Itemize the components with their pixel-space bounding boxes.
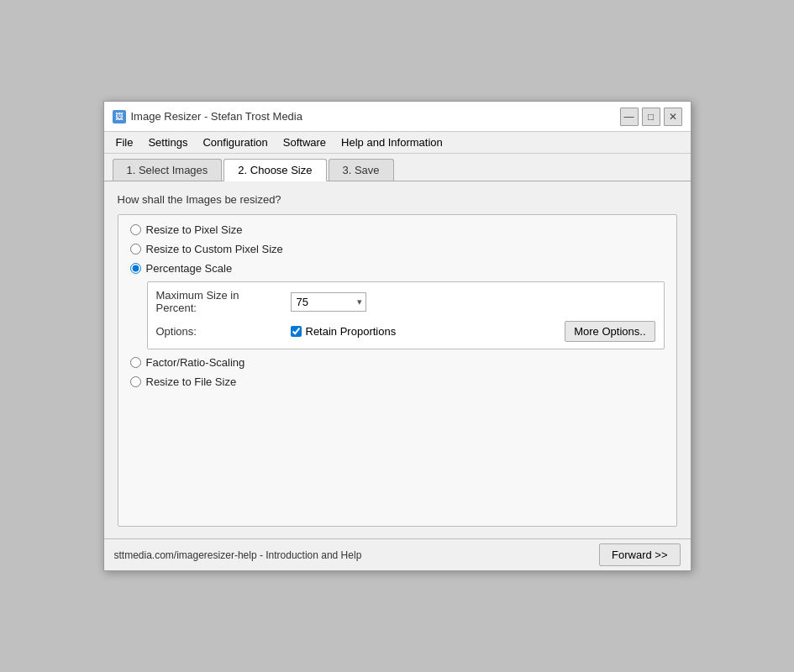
retain-proportions-checkbox[interactable] (291, 326, 302, 337)
title-bar: 🖼 Image Resizer - Stefan Trost Media — □… (104, 102, 691, 132)
main-window: 🖼 Image Resizer - Stefan Trost Media — □… (103, 101, 691, 571)
tab-choose-size[interactable]: 2. Choose Size (223, 159, 326, 181)
label-custom-pixel-size: Resize to Custom Pixel Size (146, 243, 283, 255)
status-bar: sttmedia.com/imageresizer-help - Introdu… (104, 538, 691, 570)
minimize-button[interactable]: — (620, 108, 639, 126)
radio-file-size[interactable] (130, 376, 141, 387)
label-percentage-scale: Percentage Scale (146, 262, 233, 275)
radio-custom-pixel-size[interactable] (130, 244, 141, 255)
max-size-row: Maximum Size in Percent: 25 50 60 70 75 … (156, 289, 655, 314)
close-button[interactable]: ✕ (664, 108, 682, 126)
options-panel: Resize to Pixel Size Resize to Custom Pi… (118, 214, 677, 527)
radio-percentage-scale[interactable] (130, 263, 141, 274)
percentage-sub-panel: Maximum Size in Percent: 25 50 60 70 75 … (147, 281, 665, 349)
forward-button[interactable]: Forward >> (599, 543, 680, 566)
label-pixel-size: Resize to Pixel Size (146, 223, 243, 236)
label-file-size: Resize to File Size (146, 375, 237, 388)
tabs-bar: 1. Select Images 2. Choose Size 3. Save (104, 154, 691, 181)
option-percentage-scale[interactable]: Percentage Scale (130, 262, 665, 275)
retain-proportions-label: Retain Proportions (306, 325, 397, 338)
percent-select[interactable]: 25 50 60 70 75 80 90 100 (291, 292, 366, 312)
menu-settings[interactable]: Settings (141, 134, 194, 151)
max-size-label: Maximum Size in Percent: (156, 289, 282, 314)
maximize-button[interactable]: □ (642, 108, 660, 126)
radio-pixel-size[interactable] (130, 224, 141, 235)
window-title: Image Resizer - Stefan Trost Media (131, 110, 302, 123)
app-icon: 🖼 (113, 110, 126, 123)
options-row: Options: Retain Proportions More Options… (156, 321, 655, 342)
options-label: Options: (156, 325, 282, 338)
label-factor-ratio: Factor/Ratio-Scaling (146, 356, 245, 369)
resize-question: How shall the Images be resized? (118, 193, 677, 206)
menu-software[interactable]: Software (276, 134, 333, 151)
menu-help[interactable]: Help and Information (334, 134, 450, 151)
more-options-button[interactable]: More Options.. (565, 321, 655, 342)
tab-save[interactable]: 3. Save (329, 159, 394, 181)
option-file-size[interactable]: Resize to File Size (130, 375, 665, 388)
title-bar-left: 🖼 Image Resizer - Stefan Trost Media (113, 110, 302, 123)
status-link: sttmedia.com/imageresizer-help - Introdu… (114, 549, 362, 561)
option-pixel-size[interactable]: Resize to Pixel Size (130, 223, 665, 236)
tab-select-images[interactable]: 1. Select Images (113, 159, 223, 181)
title-bar-controls: — □ ✕ (620, 108, 682, 126)
retain-proportions-row: Retain Proportions (291, 325, 397, 338)
content-area: How shall the Images be resized? Resize … (104, 181, 691, 538)
radio-factor-ratio[interactable] (130, 357, 141, 368)
option-custom-pixel-size[interactable]: Resize to Custom Pixel Size (130, 243, 665, 255)
option-factor-ratio[interactable]: Factor/Ratio-Scaling (130, 356, 665, 369)
menu-file[interactable]: File (109, 134, 140, 151)
menu-configuration[interactable]: Configuration (196, 134, 274, 151)
menu-bar: File Settings Configuration Software Hel… (104, 132, 691, 154)
percent-select-wrapper: 25 50 60 70 75 80 90 100 (291, 292, 366, 312)
